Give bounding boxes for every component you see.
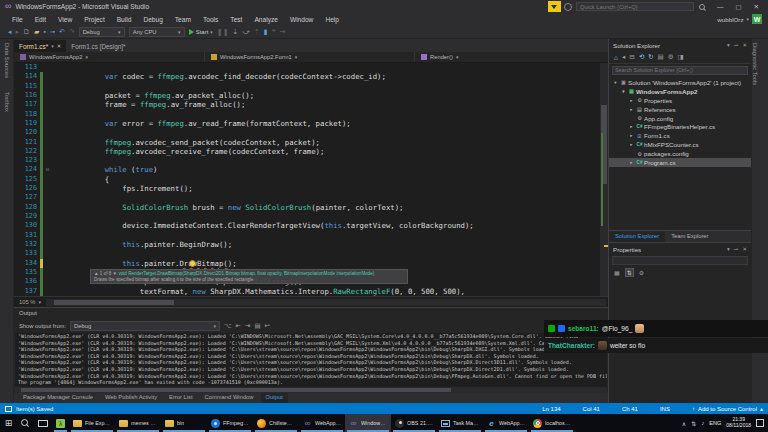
minimize-button[interactable]: —: [711, 3, 730, 10]
chevron-up-icon[interactable]: ∧: [682, 420, 686, 427]
search-icon[interactable]: [699, 4, 705, 10]
restore-button[interactable]: ▢: [729, 3, 747, 11]
pin-icon[interactable]: ⊸: [734, 42, 739, 48]
code-line[interactable]: 132 this.painter.BeginDraw();: [14, 240, 608, 249]
chevron-down-icon[interactable]: ▾: [51, 43, 54, 49]
taskbar-taskview-button[interactable]: [34, 414, 52, 432]
output-horizontal-scrollbar[interactable]: [15, 387, 607, 393]
menu-tools[interactable]: Tools: [197, 16, 224, 23]
save-all-icon[interactable]: ▫▪: [50, 28, 55, 35]
account-info[interactable]: wubblOrz ▾ W: [717, 14, 762, 24]
switch-views-icon[interactable]: ⌂: [614, 54, 618, 61]
tree-item-form1-cs[interactable]: ▸⊞Form1.cs: [609, 131, 751, 140]
back-icon[interactable]: ◂: [622, 53, 625, 61]
chevron-expanded-icon[interactable]: ▾: [612, 80, 619, 85]
pin-icon[interactable]: ⊸: [734, 246, 739, 252]
chevron-collapsed-icon[interactable]: ▸: [628, 107, 635, 112]
tree-item-packages-config[interactable]: ⚙packages.config: [609, 149, 751, 158]
panel-tab-command-window[interactable]: Command Window: [200, 393, 259, 403]
scrollbar-thumb[interactable]: [54, 300, 174, 305]
editor-horizontal-scrollbar[interactable]: [46, 299, 606, 306]
chevron-collapsed-icon[interactable]: ▸: [628, 160, 635, 165]
taskbar-button-ffmpeg-auto-[interactable]: FFmpeg.Auto...: [207, 414, 253, 432]
menu-edit[interactable]: Edit: [29, 16, 52, 23]
document-tab[interactable]: Form1.cs [Design]*: [66, 40, 130, 52]
save-icon[interactable]: ▪: [43, 28, 45, 35]
tree-item-app-config[interactable]: ⚙App.config: [609, 114, 751, 123]
chat-username[interactable]: sebaro11:: [568, 325, 599, 332]
code-line[interactable]: 128 SolidColorBrush brush = new SolidCol…: [14, 203, 608, 212]
code-line[interactable]: 126 fps.Increment();: [14, 184, 608, 193]
chevron-collapsed-icon[interactable]: ▸: [628, 124, 635, 129]
collapse-all-icon[interactable]: ⊟: [629, 53, 634, 61]
undo-icon[interactable]: ↶: [59, 28, 65, 36]
output-log[interactable]: 'WindowsFormsApp2.exe' (CLR v4.0.30319: …: [15, 333, 607, 387]
taskbar-button-windowsfor-[interactable]: ∞WindowsFor...: [345, 414, 391, 432]
close-icon[interactable]: ✕: [742, 246, 747, 252]
chevron-collapsed-icon[interactable]: ▸: [628, 142, 635, 147]
start-debugging-button[interactable]: Start ▾: [189, 29, 213, 35]
network-icon[interactable]: ⇅: [691, 420, 696, 427]
code-line[interactable]: 127: [14, 193, 608, 202]
chat-username[interactable]: ThatCharakter:: [548, 342, 595, 349]
code-line[interactable]: 122 ffmpeg.avcodec_receive_frame(codecCo…: [14, 147, 608, 156]
feedback-icon[interactable]: [564, 3, 572, 11]
solution-explorer-search-input[interactable]: [612, 66, 748, 75]
previous-message-icon[interactable]: ⇤: [236, 322, 241, 330]
language-indicator[interactable]: ENG: [709, 420, 721, 426]
panel-tab-output[interactable]: Output: [261, 393, 288, 403]
taskbar-lambda-button[interactable]: λ: [52, 414, 69, 432]
menu-help[interactable]: Help: [319, 16, 345, 23]
action-center-icon[interactable]: [756, 419, 764, 427]
code-line[interactable]: 133: [14, 249, 608, 258]
volume-icon[interactable]: ♪: [701, 420, 704, 426]
open-file-icon[interactable]: ▰: [34, 28, 39, 36]
property-pages-icon[interactable]: ⚙: [639, 269, 644, 276]
taskbar-search-button[interactable]: [17, 414, 34, 432]
side-tab-diagnostic-tools[interactable]: Diagnostic Tools: [752, 43, 758, 85]
code-line[interactable]: 120: [14, 128, 608, 137]
tab-solution-explorer[interactable]: Solution Explorer: [609, 231, 665, 242]
add-to-source-control-button[interactable]: ↑ Add to Source Control ▴: [692, 405, 763, 412]
taskbar-button-webapplicati-[interactable]: eWebApplicati...: [483, 414, 529, 432]
tab-team-explorer[interactable]: Team Explorer: [665, 231, 714, 242]
code-line[interactable]: 113: [14, 63, 608, 72]
side-tab-data-sources[interactable]: Data Sources: [4, 43, 10, 78]
close-icon[interactable]: ✕: [742, 42, 747, 48]
menu-project[interactable]: Project: [78, 16, 111, 23]
chevron-collapsed-icon[interactable]: ▸: [628, 133, 635, 138]
categorized-icon[interactable]: ▦: [614, 269, 620, 276]
panel-tab-web-publish-activity[interactable]: Web Publish Activity: [100, 393, 162, 403]
menu-analyze[interactable]: Analyze: [248, 16, 283, 23]
properties-icon[interactable]: ⚙: [668, 53, 674, 61]
chevron-expanded-icon[interactable]: ▾: [620, 89, 627, 94]
menu-file[interactable]: File: [6, 16, 29, 23]
code-line[interactable]: 121 ffmpeg.avcodec_send_packet(codecCont…: [14, 138, 608, 147]
menu-build[interactable]: Build: [111, 16, 138, 23]
indent-icon[interactable]: ⇥: [279, 28, 285, 36]
tooltip-pager[interactable]: ▲ 1 of 8 ▼: [94, 271, 117, 276]
tree-item-program-cs[interactable]: ▸C#Program.cs: [609, 158, 751, 167]
code-line[interactable]: 114 var codec = ffmpeg.avcodec_find_deco…: [14, 72, 608, 81]
taskbar-button-task-manager[interactable]: Task Manager: [437, 414, 483, 432]
chevron-down-icon[interactable]: ▾: [727, 42, 730, 48]
tree-item-windowsformsapp2[interactable]: ▾▣WindowsFormsApp2: [609, 87, 751, 96]
taskbar-button-obs-21-1-2-64-[interactable]: OBS 21.1.2 (64...: [391, 414, 437, 432]
tree-item-solution-windowsformsapp2-1-project-[interactable]: ▾▣Solution 'WindowsFormsApp2' (1 project…: [609, 78, 751, 87]
code-line[interactable]: 125 {: [14, 175, 608, 184]
redo-icon[interactable]: ↷: [69, 28, 75, 36]
navbar-class-dropdown[interactable]: WindowsFormsApp2.Form1▾: [204, 52, 414, 62]
preview-selected-items-icon[interactable]: ◨: [678, 53, 684, 61]
quick-launch-input[interactable]: [576, 2, 694, 11]
taskbar-button-memes-cop-[interactable]: memes - Cop...: [115, 414, 161, 432]
code-line[interactable]: 119 var error = ffmpeg.av_read_frame(for…: [14, 119, 608, 128]
show-all-files-icon[interactable]: ▤: [658, 53, 664, 61]
sync-with-active-document-icon[interactable]: ⟲: [639, 53, 644, 61]
navbar-project-dropdown[interactable]: WindowsFormsApp2▾: [14, 52, 204, 62]
next-message-icon[interactable]: ⇥: [245, 322, 250, 330]
zoom-level-dropdown[interactable]: 105 %▾: [14, 299, 46, 305]
new-file-icon[interactable]: 🗋: [23, 28, 30, 35]
fold-marker[interactable]: ⊟: [43, 165, 52, 174]
editor-vertical-scrollbar[interactable]: [600, 63, 608, 296]
clear-all-icon[interactable]: ▤: [254, 322, 260, 330]
